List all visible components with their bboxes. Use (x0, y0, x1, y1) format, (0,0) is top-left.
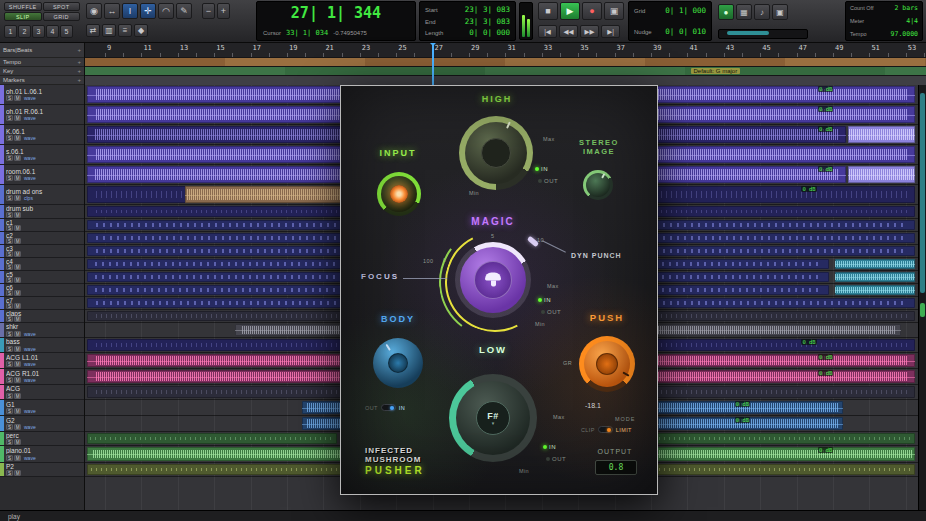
zoom-in-button[interactable]: + (217, 3, 230, 19)
mute-button[interactable]: M (14, 393, 21, 399)
solo-button[interactable]: S (6, 251, 13, 257)
solo-button[interactable]: S (6, 115, 13, 121)
output-value-field[interactable]: 0.8 (595, 460, 637, 475)
audio-clip[interactable] (87, 433, 337, 444)
ruler-header-key[interactable]: Key+ (0, 67, 84, 76)
mute-button[interactable]: M (14, 377, 21, 383)
mute-button[interactable]: M (14, 290, 21, 296)
mute-button[interactable]: M (14, 303, 21, 309)
track-header-c4[interactable]: c4SM (0, 258, 84, 271)
low-knob[interactable]: F# ▾ (449, 374, 537, 462)
selection-start-row[interactable]: Start 23| 3| 083 (425, 5, 510, 14)
low-out-button[interactable]: OUT (546, 456, 566, 462)
mute-button[interactable]: M (14, 212, 21, 218)
solo-button[interactable]: S (6, 238, 13, 244)
solo-button[interactable]: S (6, 290, 13, 296)
stereo-image-knob[interactable] (583, 170, 613, 200)
track-header-oh-01-r-06-1[interactable]: oh.01 R.06.1SMwave (0, 105, 84, 125)
zoom-preset-4[interactable]: 4 (46, 25, 59, 38)
ruler-header-tempo[interactable]: Tempo+ (0, 58, 84, 67)
track-view-selector[interactable]: wave (24, 455, 36, 461)
track-header-acg-l1-01[interactable]: ACG L1.01SMwave (0, 353, 84, 369)
track-view-selector[interactable]: wave (24, 377, 36, 383)
add-ruler-icon[interactable]: + (77, 47, 81, 53)
track-header-g2[interactable]: G2SMwave (0, 416, 84, 432)
mute-button[interactable]: M (14, 135, 21, 141)
solo-button[interactable]: S (6, 408, 13, 414)
track-header-drum-ad-ons[interactable]: drum ad onsSMclps (0, 185, 84, 205)
scrubber-tool[interactable]: ◠ (158, 3, 174, 19)
main-counter[interactable]: 27| 1| 344 (257, 4, 415, 22)
grid-display-icon[interactable]: ▦ (736, 4, 752, 20)
magic-out-button[interactable]: OUT (541, 309, 561, 315)
tempo-value[interactable]: 97.0000 (891, 30, 918, 38)
tab-to-transient-icon[interactable]: ▥ (102, 24, 116, 37)
timeline-rulers[interactable]: 9111315171921232527293133353739414345474… (85, 42, 926, 85)
mode-toggle-switch[interactable] (598, 426, 613, 433)
track-header-shkr[interactable]: shkrSMwave (0, 323, 84, 338)
input-knob[interactable] (377, 172, 421, 216)
mute-button[interactable]: M (14, 95, 21, 101)
audio-clip[interactable] (185, 186, 360, 203)
mute-button[interactable]: M (14, 346, 21, 352)
solo-button[interactable]: S (6, 455, 13, 461)
length-value[interactable]: 0| 0| 000 (469, 28, 510, 37)
ruler-header-markers[interactable]: Markers+ (0, 76, 84, 85)
track-view-selector[interactable]: wave (24, 408, 36, 414)
nudge-value[interactable]: 0| 0| 010 (665, 27, 706, 36)
mute-button[interactable]: M (14, 195, 21, 201)
add-ruler-icon[interactable]: + (77, 59, 81, 65)
mute-button[interactable]: M (14, 238, 21, 244)
mirrored-midi-icon[interactable]: ≡ (118, 24, 132, 37)
high-in-button[interactable]: IN (535, 166, 548, 172)
zoom-preset-1[interactable]: 1 (4, 25, 17, 38)
body-toggle-switch[interactable] (381, 404, 396, 411)
tempo-row[interactable]: Tempo 97.0000 (850, 30, 918, 38)
zoom-preset-5[interactable]: 5 (60, 25, 73, 38)
track-header-piano-01[interactable]: piano.01SMwave (0, 446, 84, 463)
mute-button[interactable]: M (14, 277, 21, 283)
mute-button[interactable]: M (14, 331, 21, 337)
solo-button[interactable]: S (6, 303, 13, 309)
mute-button[interactable]: M (14, 361, 21, 367)
high-knob[interactable] (459, 116, 533, 190)
mode-slip-button[interactable]: SLIP (4, 12, 42, 21)
high-out-button[interactable]: OUT (538, 178, 558, 184)
record-button[interactable]: ● (582, 2, 602, 20)
track-view-selector[interactable]: wave (24, 175, 36, 181)
solo-button[interactable]: S (6, 316, 13, 322)
solo-button[interactable]: S (6, 225, 13, 231)
mute-button[interactable]: M (14, 264, 21, 270)
grabber-tool[interactable]: ✛ (140, 3, 156, 19)
count-off-value[interactable]: 2 bars (895, 4, 918, 12)
mute-button[interactable]: M (14, 155, 21, 161)
magic-knob[interactable] (455, 242, 531, 318)
vertical-scrollbar[interactable] (918, 85, 926, 510)
solo-button[interactable]: S (6, 439, 13, 445)
link-timeline-edit-icon[interactable]: ⇄ (86, 24, 100, 37)
mode-spot-button[interactable]: SPOT (43, 2, 81, 11)
track-view-selector[interactable]: wave (24, 346, 36, 352)
solo-button[interactable]: S (6, 377, 13, 383)
track-view-selector[interactable]: wave (24, 424, 36, 430)
track-header-g1[interactable]: G1SMwave (0, 400, 84, 416)
solo-button[interactable]: S (6, 277, 13, 283)
midi-merge-icon[interactable]: ▣ (772, 4, 788, 20)
zoom-preset-2[interactable]: 2 (18, 25, 31, 38)
add-ruler-icon[interactable]: + (77, 77, 81, 83)
track-view-selector[interactable]: wave (24, 331, 36, 337)
track-header-c6[interactable]: c6SM (0, 284, 84, 297)
track-view-selector[interactable]: wave (24, 155, 36, 161)
start-value[interactable]: 23| 3| 083 (465, 5, 510, 14)
solo-button[interactable]: S (6, 346, 13, 352)
markers-ruler[interactable] (85, 76, 926, 85)
audio-clip[interactable] (626, 447, 915, 461)
pencil-tool[interactable]: ✎ (176, 3, 192, 19)
track-header-oh-01-l-06-1[interactable]: oh.01 L.06.1SMwave (0, 85, 84, 105)
audio-clip[interactable] (651, 433, 915, 444)
solo-button[interactable]: S (6, 212, 13, 218)
timeline-scrollbar[interactable] (718, 29, 808, 39)
low-note-selector[interactable]: F# ▾ (476, 401, 510, 435)
body-inout-toggle[interactable]: OUT IN (365, 404, 405, 411)
mute-button[interactable]: M (14, 439, 21, 445)
